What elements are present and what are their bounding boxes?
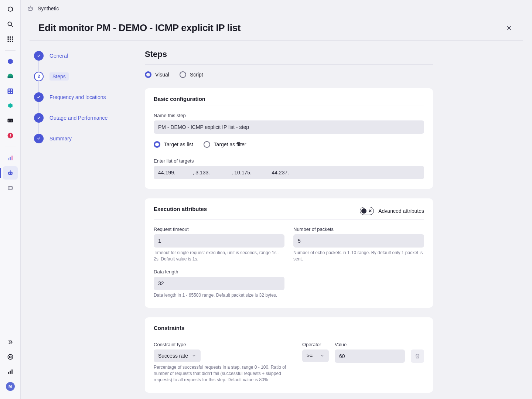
trash-icon xyxy=(415,353,420,359)
rail-avatar[interactable]: M xyxy=(3,380,18,393)
label-step-name: Name this step xyxy=(154,113,424,118)
chevron-down-icon xyxy=(320,354,324,358)
hexagon-icon xyxy=(7,58,14,65)
svg-point-41 xyxy=(31,8,32,9)
toggle-advanced-attributes[interactable]: ✕ xyxy=(360,207,374,215)
svg-rect-14 xyxy=(11,89,12,91)
avatar: M xyxy=(6,382,15,391)
cube-logo-icon xyxy=(7,6,14,13)
rail-item-infra[interactable] xyxy=(3,55,18,68)
svg-point-34 xyxy=(8,354,13,359)
num-packets-input[interactable] xyxy=(293,234,424,248)
radio-target-filter[interactable]: Target as filter xyxy=(204,141,246,148)
monitor-icon xyxy=(7,117,14,125)
svg-point-29 xyxy=(11,173,12,174)
svg-rect-2 xyxy=(7,37,8,38)
wizard-bullet-outage xyxy=(34,113,44,123)
svg-rect-3 xyxy=(10,37,11,38)
wizard-step-outage[interactable]: Outage and Performance xyxy=(50,115,108,121)
data-length-input[interactable] xyxy=(154,277,284,290)
svg-point-0 xyxy=(8,22,11,25)
gauge-icon xyxy=(7,73,14,80)
wizard-bullet-general xyxy=(34,51,44,61)
lifebuoy-icon xyxy=(7,353,14,361)
svg-rect-23 xyxy=(10,137,11,137)
rail-apps[interactable] xyxy=(3,33,18,46)
radio-target-list-label: Target as list xyxy=(164,141,193,147)
rail-help[interactable] xyxy=(3,350,18,364)
rail-item-cloud[interactable] xyxy=(3,99,18,113)
radio-target-list[interactable]: Target as list xyxy=(154,141,193,148)
svg-rect-36 xyxy=(8,372,9,374)
close-button[interactable] xyxy=(504,23,514,33)
left-rail: M xyxy=(0,0,21,399)
radio-visual[interactable]: Visual xyxy=(145,71,169,78)
request-timeout-input[interactable] xyxy=(154,234,284,248)
svg-rect-37 xyxy=(10,371,11,374)
rail-item-alerts[interactable] xyxy=(3,129,18,142)
svg-rect-4 xyxy=(12,37,13,38)
robot-outline-icon xyxy=(7,184,14,191)
help-num-packets: Number of echo packets in 1-10 range. By… xyxy=(293,250,424,262)
targets-input[interactable] xyxy=(154,166,424,179)
card-heading-basic: Basic configuration xyxy=(154,96,424,102)
help-data-length: Data length in 1 - 65500 range. Default … xyxy=(154,292,284,299)
label-num-packets: Number of packets xyxy=(293,226,424,232)
label-operator: Operator xyxy=(302,342,329,347)
page-title: Edit monitor PM - DEMO - ICMP explicit I… xyxy=(38,22,241,34)
chevrons-right-icon xyxy=(7,338,14,346)
card-heading-constraints: Constraints xyxy=(154,325,424,331)
rail-search[interactable] xyxy=(3,18,18,31)
wizard-step-frequency[interactable]: Frequency and locations xyxy=(50,94,106,100)
svg-rect-8 xyxy=(7,41,8,42)
robot-icon xyxy=(7,169,14,177)
svg-rect-7 xyxy=(12,38,13,40)
wizard-nav: General 2 Steps Frequency and locations xyxy=(30,50,133,143)
wizard-bullet-summary xyxy=(34,134,44,143)
card-constraints: Constraints Constraint type Success rate… xyxy=(145,317,433,392)
wizard-step-summary[interactable]: Summary xyxy=(50,136,72,141)
svg-rect-16 xyxy=(11,92,12,93)
rail-item-kubernetes[interactable] xyxy=(3,85,18,98)
breadcrumb-bar: Synthetic xyxy=(21,0,532,17)
wizard-step-steps[interactable]: Steps xyxy=(50,72,69,81)
rail-expand[interactable] xyxy=(3,335,18,349)
wizard-bullet-steps: 2 xyxy=(34,72,44,81)
svg-line-1 xyxy=(11,25,13,27)
label-request-timeout: Request timeout xyxy=(154,226,284,232)
constraint-type-select[interactable]: Success rate xyxy=(154,349,201,362)
svg-rect-5 xyxy=(7,38,8,40)
radio-target-filter-label: Target as filter xyxy=(214,141,246,147)
label-value: Value xyxy=(335,342,405,347)
rail-logo[interactable] xyxy=(3,3,18,16)
svg-rect-31 xyxy=(8,187,13,190)
bars-icon xyxy=(7,154,14,162)
svg-rect-6 xyxy=(10,38,11,40)
breadcrumb[interactable]: Synthetic xyxy=(38,6,59,11)
operator-select[interactable]: >= xyxy=(302,349,329,362)
constraint-value-input[interactable] xyxy=(335,349,405,363)
toggle-advanced-label: Advanced attributes xyxy=(378,208,424,214)
alert-circle-icon xyxy=(7,132,14,139)
step-name-input[interactable] xyxy=(154,120,424,134)
rail-item-dashboard[interactable] xyxy=(3,70,18,83)
rail-item-synthetic[interactable] xyxy=(3,166,18,180)
operator-value: >= xyxy=(307,353,313,359)
svg-point-35 xyxy=(9,356,11,358)
svg-rect-10 xyxy=(12,41,13,42)
wizard-step-general[interactable]: General xyxy=(50,53,68,59)
delete-constraint-button[interactable] xyxy=(411,349,424,363)
wizard-bullet-frequency xyxy=(34,92,44,102)
rail-item-bot2[interactable] xyxy=(3,181,18,194)
radio-script[interactable]: Script xyxy=(180,71,203,78)
rail-item-analytics[interactable] xyxy=(3,151,18,165)
rail-reports[interactable] xyxy=(3,365,18,378)
svg-rect-39 xyxy=(28,7,33,10)
svg-rect-24 xyxy=(8,158,9,160)
rail-item-monitor[interactable] xyxy=(3,114,18,127)
label-targets: Enter list of targets xyxy=(154,158,424,164)
svg-rect-25 xyxy=(10,157,11,160)
section-heading-steps: Steps xyxy=(145,50,433,59)
svg-rect-15 xyxy=(8,92,10,93)
svg-point-28 xyxy=(9,173,10,174)
